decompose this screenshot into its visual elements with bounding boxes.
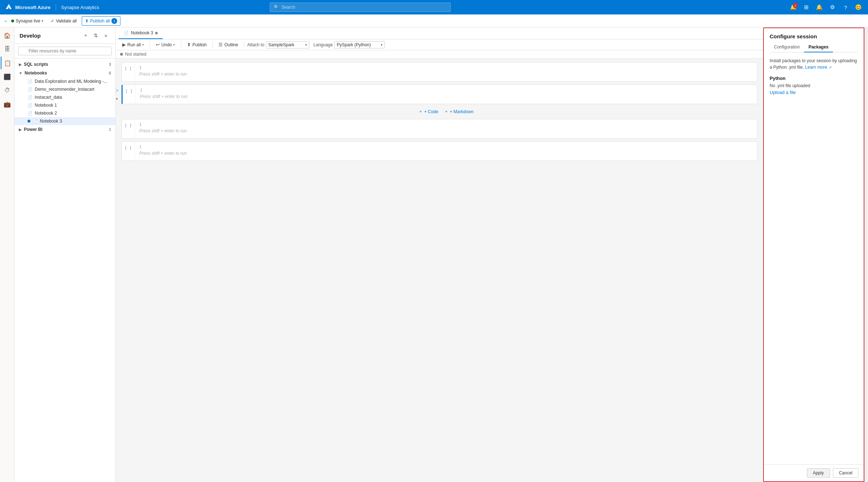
notebook-item-label: Data Exploration and ML Modeling -... bbox=[35, 79, 107, 84]
home-sidebar-button[interactable]: 🏠 bbox=[1, 29, 14, 42]
collapse-icon[interactable]: ›› bbox=[4, 19, 7, 23]
undo-label: Undo bbox=[161, 42, 172, 47]
panel-actions: ＋ ⇅ « bbox=[81, 31, 110, 40]
collapse-icon: « bbox=[105, 33, 107, 38]
notebook-cell[interactable]: [ ] 1 Press shift + enter to run bbox=[122, 62, 757, 82]
data-sidebar-button[interactable]: 🗄 bbox=[1, 43, 14, 56]
alert-icon: 🔔 bbox=[816, 4, 823, 10]
notebook-item-label: Notebook 2 bbox=[35, 111, 57, 116]
attach-to-label: Attach to bbox=[247, 42, 264, 47]
search-bar[interactable]: 🔍 bbox=[270, 3, 451, 12]
validate-icon: ✓ bbox=[51, 18, 54, 24]
attach-to-select[interactable]: SampleSpark bbox=[266, 41, 309, 48]
learn-more-link[interactable]: Learn more ↗ bbox=[805, 65, 831, 70]
tree-section-power-bi[interactable]: ▶ Power BI 1 bbox=[14, 125, 115, 134]
add-markdown-button[interactable]: ＋ + Markdown bbox=[444, 108, 474, 115]
integrate-sidebar-button[interactable]: ⬛ bbox=[1, 70, 14, 83]
add-resource-button[interactable]: ＋ bbox=[81, 31, 90, 40]
cell-move-down-button[interactable]: ▼ bbox=[116, 95, 121, 103]
list-item[interactable]: 📄 Data Exploration and ML Modeling -... bbox=[14, 77, 115, 85]
cell-content: 1 Press shift + enter to run bbox=[122, 142, 757, 161]
notebook-icon: 📄 bbox=[27, 87, 33, 92]
monitor-sidebar-button[interactable]: ⏱ bbox=[1, 84, 14, 97]
language-select-wrap: PySpark (Python) ▾ bbox=[334, 41, 385, 48]
synapse-live-button[interactable]: Synapse live ▾ bbox=[9, 18, 46, 24]
notebook-item-label: Notebook 1 bbox=[35, 103, 57, 108]
manage-icon: 💼 bbox=[4, 101, 11, 108]
notebook-icon: 📄 bbox=[27, 111, 33, 116]
publish-label: Publish bbox=[192, 42, 207, 47]
validate-all-button[interactable]: ✓ Validate all bbox=[48, 17, 80, 25]
language-select[interactable]: PySpark (Python) bbox=[334, 41, 385, 48]
config-tabs: Configuration Packages bbox=[770, 42, 858, 52]
filter-input-wrap: 🔍 bbox=[18, 47, 112, 55]
status-indicator-dot bbox=[120, 53, 123, 56]
resource-panel: Develop ＋ ⇅ « 🔍 ▶ SQ bbox=[14, 27, 116, 482]
filter-input[interactable] bbox=[18, 47, 112, 55]
notebook-item-label: instacart_data bbox=[35, 95, 62, 100]
notebook-cell-active[interactable]: [ ] 1 Press shift + enter to run bbox=[122, 85, 757, 104]
list-item-active[interactable]: 📄 Notebook 3 bbox=[14, 117, 115, 125]
undo-button[interactable]: ↩ Undo ▾ bbox=[153, 41, 178, 48]
manage-sidebar-button[interactable]: 💼 bbox=[1, 98, 14, 111]
tab-configuration[interactable]: Configuration bbox=[770, 42, 804, 52]
publish-button[interactable]: ⬆ Publish bbox=[184, 41, 209, 48]
icon-sidebar: 🏠 🗄 📋 ⬛ ⏱ 💼 bbox=[0, 27, 14, 482]
tree-area: ▶ SQL scripts 3 ▼ Notebooks 6 📄 Data Exp… bbox=[14, 59, 115, 482]
list-item[interactable]: 📄 Notebook 2 bbox=[14, 109, 115, 117]
list-item[interactable]: 📄 Demo_recommender_instacart bbox=[14, 85, 115, 93]
publish-all-label: Publish all bbox=[90, 18, 110, 24]
right-scrollbar[interactable] bbox=[864, 27, 868, 482]
filter-resource-button[interactable]: ⇅ bbox=[92, 31, 100, 40]
notebooks-label: Notebooks bbox=[25, 71, 47, 76]
tree-section-notebooks[interactable]: ▼ Notebooks 6 bbox=[14, 69, 115, 77]
apply-button[interactable]: Apply bbox=[807, 468, 830, 478]
cell-gutter: [ ] bbox=[122, 63, 135, 81]
notebook-tab[interactable]: 📄 Notebook 3 bbox=[119, 27, 163, 39]
feedback-button[interactable]: 😊 bbox=[854, 2, 864, 12]
app-title: Microsoft Azure bbox=[15, 5, 51, 10]
help-button[interactable]: ? bbox=[841, 2, 851, 12]
add-code-label: + Code bbox=[424, 109, 438, 114]
develop-sidebar-button[interactable]: 📋 bbox=[1, 56, 14, 69]
notebook-tab-label: Notebook 3 bbox=[131, 30, 153, 35]
toolbar-separator bbox=[150, 41, 150, 48]
tree-section-sql-scripts[interactable]: ▶ SQL scripts 3 bbox=[14, 60, 115, 69]
cell-with-controls: ▷ ▼ [ ] 1 Press shift + enter to run bbox=[122, 85, 757, 104]
upload-file-link[interactable]: Upload a file bbox=[770, 90, 796, 95]
run-all-button[interactable]: ▶ Run all ▾ bbox=[119, 41, 147, 48]
live-status-dot bbox=[11, 20, 14, 22]
home-icon: 🏠 bbox=[4, 32, 11, 39]
collapse-panel-button[interactable]: « bbox=[102, 31, 110, 40]
notifications-button[interactable]: 🔔 1 bbox=[788, 2, 799, 12]
cell-content: 1 Press shift + enter to run bbox=[122, 63, 757, 81]
list-item[interactable]: 📄 Notebook 1 bbox=[14, 101, 115, 109]
monitor-icon: ⏱ bbox=[4, 87, 10, 94]
plus-icon: ＋ bbox=[83, 32, 88, 39]
cell-placeholder: Press shift + enter to run bbox=[140, 94, 753, 99]
power-bi-label: Power BI bbox=[24, 127, 42, 132]
cell-gutter: [ ] bbox=[123, 85, 136, 104]
alerts-button[interactable]: 🔔 bbox=[814, 2, 825, 12]
add-code-button[interactable]: ＋ + Code bbox=[418, 108, 438, 115]
notebook-cell[interactable]: [ ] 1 Press shift + enter to run bbox=[122, 141, 757, 161]
sql-scripts-count: 3 bbox=[109, 62, 111, 67]
settings-button[interactable]: ⚙ bbox=[827, 2, 838, 12]
config-panel-title: Configure session bbox=[770, 33, 858, 39]
notebook-item-label: Demo_recommender_instacart bbox=[35, 87, 94, 92]
toolbar-separator bbox=[212, 41, 213, 48]
language-label: Language bbox=[314, 42, 333, 47]
panel-title: Develop bbox=[20, 33, 41, 39]
power-bi-count: 1 bbox=[109, 127, 111, 132]
publish-all-button[interactable]: ⬆ Publish all 1 bbox=[82, 16, 120, 26]
notebook-cell[interactable]: [ ] 1 Press shift + enter to run bbox=[122, 119, 757, 138]
upload-link-label: Upload a file bbox=[770, 90, 796, 95]
search-input[interactable] bbox=[281, 5, 447, 10]
outline-button[interactable]: ☰ Outline bbox=[216, 41, 241, 48]
cell-run-button[interactable]: ▷ bbox=[116, 86, 121, 94]
tab-packages[interactable]: Packages bbox=[804, 42, 833, 52]
list-item[interactable]: 📄 instacart_data bbox=[14, 93, 115, 101]
azure-logo-icon bbox=[4, 3, 12, 11]
cancel-button[interactable]: Cancel bbox=[833, 468, 859, 478]
portal-menu-button[interactable]: ⊞ bbox=[801, 2, 812, 12]
